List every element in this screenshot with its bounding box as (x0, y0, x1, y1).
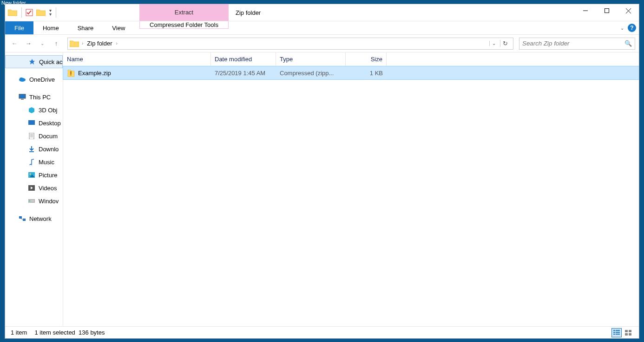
maximize-button[interactable] (596, 4, 618, 18)
separator (21, 7, 22, 18)
titlebar: ▾▾ Extract Zip folder (5, 4, 639, 21)
svg-rect-23 (29, 200, 30, 201)
sidebar-label: Music (39, 159, 54, 166)
search-box[interactable]: 🔍 (519, 38, 635, 50)
search-icon[interactable]: 🔍 (624, 40, 632, 47)
column-header-type[interactable]: Type (276, 52, 346, 66)
svg-rect-9 (21, 99, 24, 100)
tab-file[interactable]: File (5, 21, 33, 34)
sidebar-label: Downlo (39, 146, 59, 153)
sidebar-item-videos[interactable]: Videos (5, 181, 63, 194)
svg-rect-38 (629, 330, 631, 332)
window-title: Zip folder (236, 4, 261, 21)
svg-rect-39 (625, 333, 628, 336)
sidebar-item-network[interactable]: Network (5, 212, 63, 225)
recent-locations-dropdown[interactable]: ⌄ (37, 38, 48, 49)
sidebar-label: Quick ac (39, 58, 63, 65)
file-type: Compressed (zipp... (276, 70, 346, 77)
sidebar-item-pictures[interactable]: Picture (5, 168, 63, 181)
svg-rect-31 (613, 330, 615, 331)
sort-ascending-icon: ▴ (136, 52, 138, 53)
sidebar-item-downloads[interactable]: Downlo (5, 142, 63, 155)
sidebar-item-windows[interactable]: Windov (5, 194, 63, 207)
svg-rect-34 (616, 332, 620, 333)
folder-icon (70, 39, 79, 48)
chevron-right-icon[interactable]: › (80, 41, 85, 46)
sidebar-label: 3D Obj (39, 107, 57, 114)
refresh-button[interactable]: ↻ (500, 40, 510, 47)
expand-ribbon-icon[interactable]: ⌄ (620, 26, 624, 31)
picture-icon (27, 171, 36, 179)
explorer-body: Quick ac OneDrive This PC 3D Obj Desktop (5, 52, 639, 326)
cloud-icon (18, 75, 26, 84)
network-icon (18, 214, 26, 223)
sidebar-label: Windov (39, 198, 59, 205)
music-icon (27, 158, 36, 166)
sidebar-item-this-pc[interactable]: This PC (5, 90, 63, 103)
drive-icon (27, 197, 36, 205)
tab-home[interactable]: Home (33, 21, 68, 34)
sidebar-label: Desktop (39, 120, 61, 127)
svg-rect-32 (616, 330, 620, 331)
address-history-dropdown[interactable]: ⌄ (489, 41, 498, 46)
document-icon (27, 132, 36, 140)
tab-view[interactable]: View (103, 21, 134, 34)
svg-rect-37 (625, 330, 628, 332)
sidebar-label: Network (29, 215, 52, 222)
back-button[interactable]: ← (9, 38, 20, 49)
help-icon[interactable]: ? (628, 24, 636, 32)
sidebar-item-quick-access[interactable]: Quick ac (5, 55, 63, 68)
sidebar-item-desktop[interactable]: Desktop (5, 116, 63, 129)
file-name: Example.zip (78, 70, 111, 77)
svg-rect-12 (29, 133, 34, 139)
breadcrumb-zip-folder[interactable]: Zip folder (85, 40, 114, 47)
tab-share[interactable]: Share (68, 21, 103, 34)
up-button[interactable]: ↑ (51, 38, 62, 49)
status-item-count: 1 item (11, 329, 27, 336)
sidebar-label: This PC (29, 94, 51, 101)
video-icon (27, 184, 36, 192)
status-selected: 1 item selected 136 bytes (34, 329, 105, 336)
file-date: 7/25/2019 1:45 AM (211, 70, 276, 77)
sidebar-label: Picture (39, 172, 57, 179)
separator (56, 7, 56, 18)
sidebar-item-documents[interactable]: Docum (5, 129, 63, 142)
window-controls (575, 4, 639, 21)
svg-rect-8 (19, 94, 26, 98)
search-input[interactable] (522, 40, 624, 47)
minimize-button[interactable] (575, 4, 596, 18)
column-header-size[interactable]: Size (346, 52, 387, 66)
quick-access-toolbar: ▾▾ (5, 4, 59, 21)
address-bar[interactable]: › Zip folder › ⌄ ↻ (67, 38, 513, 50)
navigation-pane: Quick ac OneDrive This PC 3D Obj Desktop (5, 52, 63, 326)
sidebar-item-music[interactable]: Music (5, 155, 63, 168)
svg-marker-10 (29, 107, 34, 113)
column-header-name[interactable]: Name ▴ (63, 52, 211, 66)
tab-compressed-folder-tools[interactable]: Compressed Folder Tools (139, 21, 229, 29)
desktop-icon (27, 119, 36, 127)
svg-rect-40 (629, 333, 631, 336)
large-icons-view-button[interactable] (623, 328, 633, 337)
svg-point-18 (30, 174, 31, 175)
file-row[interactable]: Example.zip 7/25/2019 1:45 AM Compressed… (63, 66, 639, 79)
contextual-tab-header-extract[interactable]: Extract (139, 4, 229, 21)
svg-rect-35 (613, 334, 615, 335)
file-explorer-window: ▾▾ Extract Zip folder File Home Share Vi… (5, 4, 639, 339)
sidebar-item-3d-objects[interactable]: 3D Obj (5, 103, 63, 116)
folder-icon[interactable] (7, 7, 18, 18)
column-header-date[interactable]: Date modified (211, 52, 276, 66)
new-folder-icon[interactable] (35, 7, 46, 18)
svg-rect-11 (28, 120, 35, 125)
qat-customize-dropdown[interactable]: ▾▾ (48, 9, 53, 16)
ribbon-tabs: File Home Share View Compressed Folder T… (5, 21, 639, 34)
details-view-button[interactable] (611, 328, 622, 337)
cube-icon (27, 106, 36, 114)
properties-icon[interactable] (25, 8, 33, 17)
sidebar-label: Videos (39, 185, 57, 192)
sidebar-item-onedrive[interactable]: OneDrive (5, 73, 63, 86)
svg-rect-2 (605, 9, 609, 13)
chevron-right-icon[interactable]: › (114, 41, 119, 46)
forward-button[interactable]: → (23, 38, 34, 49)
file-size: 1 KB (346, 70, 387, 77)
close-button[interactable] (618, 4, 639, 18)
